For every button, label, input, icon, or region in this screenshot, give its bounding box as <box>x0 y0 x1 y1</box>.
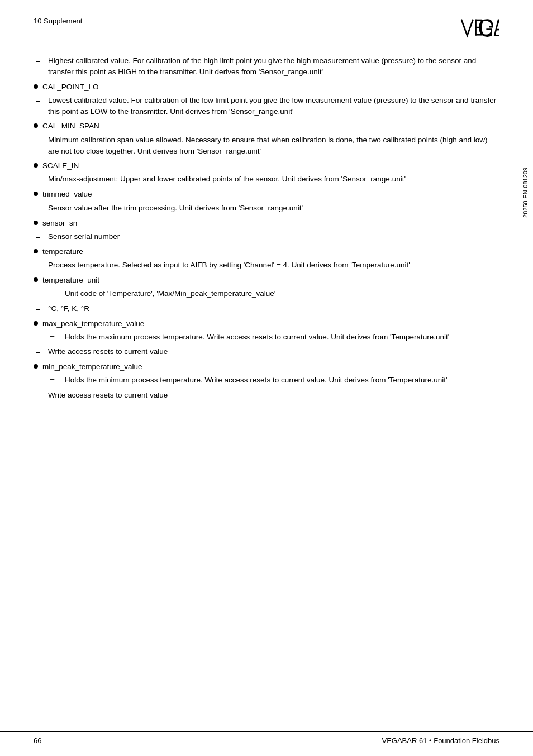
dash-icon: – <box>34 390 45 401</box>
item-text: sensor_sn <box>42 218 499 229</box>
sub-list: – Unit code of 'Temperature', 'Max/Min_p… <box>50 288 499 299</box>
list-item-with-sub: max_peak_temperature_value – Holds the m… <box>34 318 499 343</box>
item-text: °C, °F, K, °R <box>48 303 499 314</box>
sub-item: – Holds the maximum process temperature.… <box>50 332 499 343</box>
item-text: Sensor serial number <box>48 231 499 242</box>
dash-icon: – <box>34 303 45 315</box>
item-text: Minimum calibration span value allowed. … <box>48 135 499 157</box>
item-text: Write access resets to current value <box>48 346 499 357</box>
item-text: Write access resets to current value <box>48 390 499 401</box>
sub-dash-icon: – <box>50 332 61 340</box>
dash-icon: – <box>34 55 45 67</box>
item-text: temperature_unit <box>42 275 499 286</box>
page-container: 10 Supplement – Highest calibrated value… <box>0 0 533 756</box>
content-area: – Highest calibrated value. For calibrat… <box>34 55 499 401</box>
list-item: – Sensor value after the trim processing… <box>34 203 499 214</box>
list-item: temperature_unit <box>34 275 499 286</box>
dash-icon: – <box>34 203 45 214</box>
item-text: SCALE_IN <box>42 160 499 171</box>
footer-page-number: 66 <box>34 736 41 745</box>
dash-icon: – <box>34 174 45 185</box>
list-item: – Lowest calibrated value. For calibrati… <box>34 95 499 118</box>
list-item: – Write access resets to current value <box>34 346 499 358</box>
bullet-icon <box>34 123 38 128</box>
vega-logo <box>460 17 499 39</box>
list-item: max_peak_temperature_value <box>34 318 499 329</box>
sub-list: – Holds the minimum process temperature.… <box>50 375 499 386</box>
bullet-icon <box>34 192 38 196</box>
list-item: – Sensor serial number <box>34 231 499 243</box>
item-text: trimmed_value <box>42 189 499 200</box>
list-item: SCALE_IN <box>34 160 499 171</box>
sub-item-text: Unit code of 'Temperature', 'Max/Min_pea… <box>65 288 499 299</box>
list-item: – Minimum calibration span value allowed… <box>34 135 499 157</box>
header-section: 10 Supplement <box>34 17 82 25</box>
list-item: min_peak_temperature_value <box>34 361 499 372</box>
item-text: Min/max-adjustment: Upper and lower cali… <box>48 174 499 185</box>
bullet-icon <box>34 364 38 369</box>
sub-item-text: Holds the minimum process temperature. W… <box>65 375 499 386</box>
sub-list: – Holds the maximum process temperature.… <box>50 332 499 343</box>
item-text: Lowest calibrated value. For calibration… <box>48 95 499 118</box>
list-item: – Min/max-adjustment: Upper and lower ca… <box>34 174 499 185</box>
page-header: 10 Supplement <box>34 17 499 44</box>
list-item-with-sub: temperature_unit – Unit code of 'Tempera… <box>34 275 499 300</box>
bullet-icon <box>34 163 38 168</box>
footer-title: VEGABAR 61 • Foundation Fieldbus <box>382 736 499 745</box>
dash-icon: – <box>34 231 45 243</box>
list-item: – °C, °F, K, °R <box>34 303 499 315</box>
item-text: max_peak_temperature_value <box>42 318 499 329</box>
sub-item: – Holds the minimum process temperature.… <box>50 375 499 386</box>
list-item-with-sub: min_peak_temperature_value – Holds the m… <box>34 361 499 386</box>
svg-marker-4 <box>494 20 499 36</box>
list-item: CAL_POINT_LO <box>34 82 499 93</box>
svg-rect-3 <box>475 34 482 36</box>
dash-icon: – <box>34 135 45 146</box>
item-text: Process temperature. Selected as input t… <box>48 260 499 271</box>
list-item: trimmed_value <box>34 189 499 200</box>
bullet-icon <box>34 277 38 282</box>
item-text: temperature <box>42 246 499 257</box>
bullet-icon <box>34 249 38 253</box>
item-text: Highest calibrated value. For calibratio… <box>48 55 499 78</box>
sidebar-document-number: 28258-EN-081209 <box>522 168 529 218</box>
item-text: Sensor value after the trim processing. … <box>48 203 499 214</box>
list-item: sensor_sn <box>34 218 499 229</box>
bullet-icon <box>34 84 38 89</box>
sub-dash-icon: – <box>50 375 61 383</box>
item-text: CAL_MIN_SPAN <box>42 121 499 132</box>
list-item: – Highest calibrated value. For calibrat… <box>34 55 499 78</box>
item-text: min_peak_temperature_value <box>42 361 499 372</box>
sub-item-text: Holds the maximum process temperature. W… <box>65 332 499 343</box>
list-item: CAL_MIN_SPAN <box>34 121 499 132</box>
list-item: – Write access resets to current value <box>34 390 499 401</box>
dash-icon: – <box>34 260 45 271</box>
dash-icon: – <box>34 95 45 107</box>
dash-icon: – <box>34 346 45 358</box>
list-item: temperature <box>34 246 499 257</box>
bullet-icon <box>34 221 38 225</box>
item-text: CAL_POINT_LO <box>42 82 499 93</box>
svg-rect-1 <box>475 20 482 21</box>
bullet-icon <box>34 321 38 326</box>
page-footer: 66 VEGABAR 61 • Foundation Fieldbus <box>0 731 533 745</box>
sub-dash-icon: – <box>50 288 61 296</box>
sub-item: – Unit code of 'Temperature', 'Max/Min_p… <box>50 288 499 299</box>
list-item: – Process temperature. Selected as input… <box>34 260 499 271</box>
